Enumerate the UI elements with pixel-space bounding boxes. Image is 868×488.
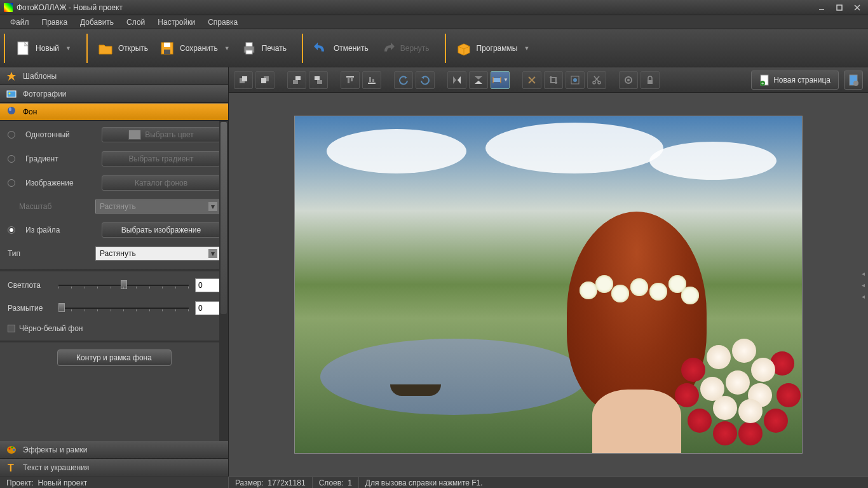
flip-v-button[interactable] (469, 71, 488, 89)
svg-rect-24 (261, 78, 266, 83)
color-swatch (128, 130, 141, 140)
maximize-button[interactable] (832, 3, 846, 13)
pick-color-button[interactable]: Выбрать цвет (102, 127, 220, 142)
lock-button[interactable] (641, 71, 660, 89)
new-button[interactable]: Новый ▼ (9, 37, 76, 60)
panel-templates[interactable]: Шаблоны (0, 67, 228, 85)
canvas-content (649, 142, 776, 180)
divider (0, 269, 228, 272)
canvas-area[interactable]: ◂◂◂ (229, 93, 868, 477)
svg-rect-41 (493, 78, 501, 82)
label-type: Тип (8, 249, 89, 258)
menubar: Файл Правка Добавить Слой Настройки Спра… (0, 15, 868, 29)
svg-marker-35 (405, 76, 407, 79)
svg-point-19 (13, 449, 15, 451)
main-toolbar: Новый ▼ Открыть Сохранить ▼ Печать Отмен… (0, 29, 868, 67)
titlebar: ФотоКОЛЛАЖ - Новый проект (0, 0, 868, 15)
main-area: ▼ + Новая страница (229, 67, 868, 477)
label-blur: Размытие (8, 304, 52, 313)
menu-add[interactable]: Добавить (74, 18, 120, 27)
redo-button[interactable]: Вернуть (374, 37, 435, 60)
menu-settings[interactable]: Настройки (151, 18, 201, 27)
canvas[interactable] (294, 116, 803, 454)
radio-gradient[interactable] (8, 155, 15, 163)
redo-label: Вернуть (400, 44, 430, 53)
blur-spinbox[interactable]: 0 (195, 301, 220, 315)
status-project: Проект: Новый проект (0, 477, 229, 488)
panel-text[interactable]: T Текст и украшения (0, 459, 228, 477)
scrollbar[interactable] (219, 121, 228, 441)
label-fromfile: Из файла (25, 226, 95, 234)
svg-rect-30 (348, 78, 349, 83)
label-scale: Масштаб (19, 202, 89, 211)
dropdown-arrow-icon[interactable]: ▼ (65, 45, 71, 51)
flip-h-button[interactable] (447, 71, 466, 89)
close-button[interactable] (850, 3, 864, 13)
print-label: Печать (262, 44, 287, 53)
menu-help[interactable]: Справка (201, 18, 244, 27)
svg-rect-27 (317, 80, 322, 84)
page-settings-button[interactable] (844, 71, 863, 90)
side-handles[interactable]: ◂◂◂ (862, 270, 867, 299)
catalog-button[interactable]: Каталог фонов (102, 175, 220, 191)
dropdown-arrow-icon[interactable]: ▼ (524, 45, 529, 51)
align-top-button[interactable] (341, 71, 360, 89)
svg-point-48 (593, 81, 595, 84)
pick-image-button[interactable]: Выбрать изображение (102, 222, 220, 238)
left-panel: Шаблоны Фотографии Фон Однотонный Выбрат… (0, 67, 229, 477)
panel-effects[interactable]: Эффекты и рамки (0, 441, 228, 459)
layer-up-button[interactable] (287, 71, 306, 89)
bw-checkbox[interactable] (8, 325, 15, 332)
align-bottom-button[interactable] (362, 71, 381, 89)
rotate-right-button[interactable] (416, 71, 435, 89)
new-icon (14, 39, 32, 57)
brightness-slider[interactable] (58, 280, 189, 290)
undo-button[interactable]: Отменить (307, 37, 374, 60)
new-page-button[interactable]: + Новая страница (751, 71, 839, 90)
mask-button[interactable] (566, 71, 585, 89)
delete-button[interactable] (522, 71, 541, 89)
minimize-button[interactable] (815, 3, 829, 13)
layer-down-button[interactable] (309, 71, 328, 89)
programs-button[interactable]: Программы ▼ (450, 37, 535, 60)
panel-label: Фон (23, 107, 37, 116)
panel-label: Текст и украшения (23, 463, 89, 472)
menu-file[interactable]: Файл (4, 18, 36, 27)
background-panel-body: Однотонный Выбрать цвет Градиент Выбрать… (0, 121, 228, 441)
print-button[interactable]: Печать (235, 37, 292, 60)
cut-button[interactable] (587, 71, 606, 89)
svg-marker-38 (458, 76, 461, 84)
open-button[interactable]: Открыть (92, 37, 153, 60)
pick-gradient-button[interactable]: Выбрать градиент (102, 151, 220, 166)
type-select[interactable]: Растянуть (95, 247, 220, 261)
print-icon (240, 39, 258, 57)
gear-button[interactable] (619, 71, 638, 89)
menu-layer[interactable]: Слой (120, 18, 151, 27)
outline-frame-button[interactable]: Контур и рамка фона (57, 349, 172, 366)
page-add-icon: + (759, 74, 770, 86)
canvas-content (390, 384, 441, 396)
dropdown-arrow-icon[interactable]: ▼ (224, 45, 230, 51)
canvas-content (675, 320, 802, 440)
palette-icon (5, 444, 18, 456)
bring-front-button[interactable] (234, 71, 253, 89)
panel-photos[interactable]: Фотографии (0, 85, 228, 103)
new-page-label: Новая страница (773, 76, 831, 85)
blur-slider[interactable] (58, 303, 189, 313)
svg-point-17 (9, 448, 11, 450)
brightness-spinbox[interactable]: 0 (195, 278, 220, 292)
send-back-button[interactable] (255, 71, 275, 89)
radio-solid[interactable] (8, 131, 15, 139)
box-icon (455, 39, 473, 57)
menu-edit[interactable]: Правка (36, 18, 74, 27)
crop-button[interactable] (544, 71, 563, 89)
radio-image[interactable] (8, 179, 15, 187)
scale-select[interactable]: Растянуть (95, 200, 220, 214)
rotate-left-button[interactable] (394, 71, 413, 89)
panel-background[interactable]: Фон (0, 103, 228, 121)
canvas-toolbar: ▼ + Новая страница (229, 67, 868, 93)
save-button[interactable]: Сохранить ▼ (153, 37, 235, 60)
undo-label: Отменить (334, 44, 369, 53)
radio-fromfile[interactable] (8, 226, 15, 234)
fit-width-button[interactable]: ▼ (491, 71, 510, 89)
